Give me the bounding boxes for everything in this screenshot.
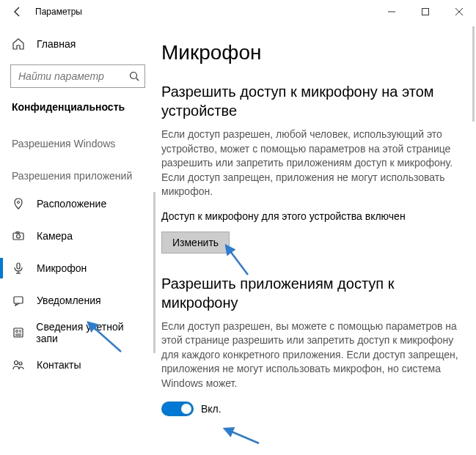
group-app-permissions: Разрешения приложений — [0, 155, 155, 188]
home-icon — [12, 37, 25, 51]
sidebar-section-title: Конфиденциальность — [0, 95, 155, 123]
section2-body: Если доступ разрешен, вы можете с помощь… — [161, 319, 470, 391]
contacts-icon — [12, 359, 25, 371]
svg-point-6 — [17, 234, 21, 238]
account-icon — [12, 327, 24, 339]
svg-point-18 — [15, 361, 18, 365]
section1-body: Если доступ разрешен, любой человек, исп… — [161, 127, 470, 199]
location-icon — [12, 198, 25, 210]
sidebar: Главная Конфиденциальность Разрешения Wi… — [0, 23, 155, 455]
back-button[interactable] — [6, 0, 29, 23]
home-label: Главная — [37, 38, 76, 50]
sidebar-item-label: Уведомления — [37, 295, 101, 306]
svg-point-2 — [131, 73, 137, 79]
home-nav[interactable]: Главная — [0, 29, 155, 59]
sidebar-item-account-info[interactable]: Сведения учетной запи — [0, 317, 155, 349]
sidebar-item-label: Микрофон — [37, 262, 87, 274]
sidebar-item-label: Камера — [37, 230, 73, 242]
app-access-toggle[interactable] — [161, 402, 194, 416]
svg-point-19 — [19, 362, 22, 365]
section1-title: Разрешить доступ к микрофону на этом уст… — [161, 82, 470, 120]
group-windows-permissions: Разрешения Windows — [0, 123, 155, 155]
section2-title: Разрешить приложениям доступ к микрофону — [161, 274, 470, 312]
svg-rect-8 — [17, 263, 20, 269]
sidebar-item-label: Расположение — [37, 198, 106, 210]
sidebar-item-label: Контакты — [37, 359, 81, 371]
notifications-icon — [12, 295, 25, 306]
svg-point-4 — [18, 201, 20, 204]
content-scrollbar[interactable] — [472, 26, 475, 122]
sidebar-item-location[interactable]: Расположение — [0, 188, 155, 220]
page-heading: Микрофон — [161, 41, 470, 64]
maximize-button[interactable] — [409, 0, 442, 23]
sidebar-item-camera[interactable]: Камера — [0, 220, 155, 252]
search-wrap — [10, 64, 145, 88]
sidebar-item-contacts[interactable]: Контакты — [0, 349, 155, 381]
svg-line-3 — [136, 78, 139, 81]
svg-rect-5 — [13, 233, 23, 240]
sidebar-item-notifications[interactable]: Уведомления — [0, 284, 155, 317]
svg-rect-1 — [422, 9, 429, 15]
close-button[interactable] — [442, 0, 476, 23]
search-input[interactable] — [10, 64, 145, 88]
content-area: Микрофон Разрешить доступ к микрофону на… — [155, 23, 476, 455]
microphone-icon — [12, 262, 25, 274]
toggle-row: Вкл. — [161, 402, 470, 416]
titlebar: Параметры — [0, 0, 476, 23]
device-access-status: Доступ к микрофону для этого устройства … — [161, 210, 470, 224]
sidebar-item-label: Сведения учетной запи — [36, 321, 144, 344]
svg-rect-11 — [14, 297, 23, 303]
toggle-label: Вкл. — [201, 403, 221, 415]
sidebar-item-microphone[interactable]: Микрофон — [0, 252, 155, 284]
minimize-button[interactable] — [375, 0, 409, 23]
window-title: Параметры — [29, 7, 375, 17]
search-icon — [129, 71, 139, 81]
svg-point-13 — [15, 330, 18, 333]
change-button[interactable]: Изменить — [161, 232, 230, 254]
camera-icon — [12, 230, 25, 242]
